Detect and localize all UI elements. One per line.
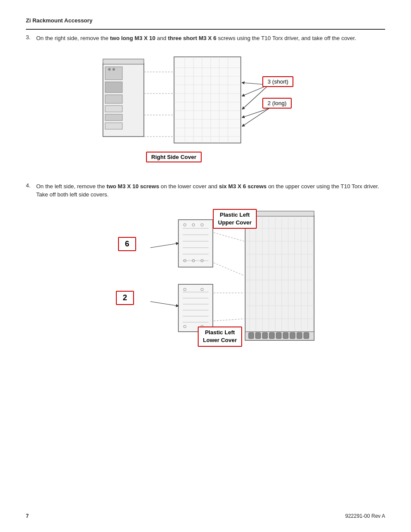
short-label: 3 (short) (262, 76, 293, 87)
svg-point-7 (108, 68, 111, 71)
header-divider (26, 29, 385, 30)
right-cover-text: Right Side Cover (146, 152, 202, 162)
svg-rect-85 (276, 333, 281, 339)
footer: 7 922291-00 Rev A (26, 513, 385, 519)
svg-point-8 (112, 68, 115, 71)
callout-2-label: 2 (116, 291, 134, 305)
step-4-bold-1: two M3 X 10 screws (106, 183, 159, 190)
step-3: 3. On the right side, remove the two lon… (26, 34, 385, 174)
callout-2: 2 (116, 291, 134, 305)
lower-cover-text: Plastic LeftLower Cover (198, 327, 242, 346)
step-3-content: On the right side, remove the two long M… (36, 34, 385, 174)
step-3-text-3: screws using the T10 Torx driver, and ta… (216, 35, 356, 41)
svg-rect-6 (105, 123, 122, 129)
step-3-number: 3. (26, 34, 36, 174)
step-3-text: On the right side, remove the two long M… (36, 34, 385, 43)
section-title: Zi Rackmount Accessory (26, 17, 385, 24)
svg-line-29 (243, 109, 269, 117)
svg-rect-9 (103, 59, 144, 64)
step-3-bold-2: three short M3 X 6 (168, 35, 217, 41)
svg-line-30 (243, 109, 269, 126)
svg-rect-3 (105, 95, 122, 103)
svg-rect-59 (245, 215, 314, 340)
svg-line-94 (150, 243, 177, 248)
callout-6: 6 (118, 237, 136, 251)
right-side-cover-label: Right Side Cover (146, 152, 202, 162)
step-4: 4. On the left side, remove the two M3 X… (26, 182, 385, 365)
step-4-content: On the left side, remove the two M3 X 10… (36, 182, 385, 365)
long-label: 2 (long) (262, 98, 292, 109)
step-3-text-2: and (156, 35, 168, 41)
callout-long: 2 (long) (262, 98, 292, 109)
svg-rect-87 (290, 333, 295, 339)
diagram-2: 6 2 Plastic LeftUpper Cover Plastic Left… (36, 207, 385, 353)
diagram-1-inner: 3 (short) 2 (long) Right Side Cover (90, 50, 331, 162)
svg-rect-89 (304, 333, 309, 339)
svg-line-95 (150, 302, 177, 306)
svg-rect-82 (255, 333, 261, 339)
diagram-2-inner: 6 2 Plastic LeftUpper Cover Plastic Left… (90, 207, 331, 353)
step-4-text: On the left side, remove the two M3 X 10… (36, 182, 385, 199)
svg-rect-84 (269, 333, 274, 339)
callout-short: 3 (short) (262, 76, 293, 87)
step-3-text-1: On the right side, remove the (36, 35, 110, 41)
svg-rect-48 (178, 284, 213, 332)
svg-line-90 (214, 233, 244, 241)
lower-cover-label: Plastic LeftLower Cover (198, 327, 242, 346)
step-4-text-2: on the lower cover and (159, 183, 219, 190)
svg-rect-10 (174, 57, 241, 143)
upper-cover-text: Plastic LeftUpper Cover (213, 209, 257, 229)
svg-rect-4 (105, 106, 122, 112)
svg-rect-88 (297, 333, 302, 339)
step-3-bold-1: two long M3 X 10 (110, 35, 155, 41)
diagram-1-svg (90, 50, 331, 162)
page-number: 7 (26, 513, 29, 519)
step-4-text-1: On the left side, remove the (36, 183, 106, 190)
svg-line-93 (214, 319, 244, 321)
svg-rect-5 (105, 114, 122, 121)
svg-rect-2 (105, 82, 122, 93)
svg-line-91 (214, 263, 244, 276)
diagram-1: 3 (short) 2 (long) Right Side Cover (36, 50, 385, 162)
step-4-number: 4. (26, 182, 36, 365)
section-header: Zi Rackmount Accessory (26, 17, 385, 30)
svg-rect-81 (249, 333, 254, 339)
step-4-bold-2: six M3 X 6 screws (219, 183, 267, 190)
svg-rect-83 (262, 333, 268, 339)
svg-rect-86 (283, 333, 288, 339)
doc-number: 922291-00 Rev A (345, 513, 385, 519)
callout-6-label: 6 (118, 237, 136, 251)
upper-cover-label: Plastic LeftUpper Cover (213, 209, 257, 229)
